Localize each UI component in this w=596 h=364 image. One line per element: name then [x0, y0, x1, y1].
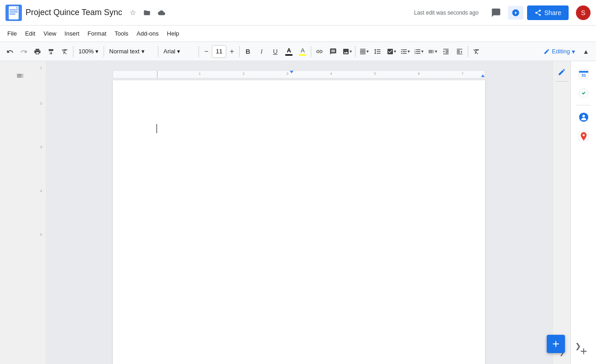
insert-link-button[interactable]: [313, 45, 326, 58]
folder-button[interactable]: [141, 7, 152, 18]
share-button[interactable]: Share: [527, 5, 569, 20]
tasks-app-icon[interactable]: [575, 84, 593, 102]
editing-pencil-button[interactable]: [554, 65, 569, 79]
svg-rect-2: [10, 9, 18, 10]
calendar-app-icon[interactable]: 31: [575, 65, 593, 83]
tab-stop-marker: [290, 71, 293, 73]
bold-button[interactable]: B: [241, 45, 254, 58]
apps-separator: [576, 105, 591, 105]
outline-icon-container: [13, 68, 27, 83]
menu-help[interactable]: Help: [163, 28, 183, 39]
font-size-container: − +: [201, 45, 237, 58]
undo-button[interactable]: [4, 45, 16, 58]
clear-format-button[interactable]: [58, 45, 71, 58]
title-bar: Project Quince Team Sync ☆ Last edit was…: [0, 0, 596, 26]
svg-rect-4: [10, 13, 16, 14]
toolbar: 100% ▾ Normal text ▾ Arial ▾ − + B I U A…: [0, 42, 596, 61]
separator-4: [199, 46, 199, 57]
style-dropdown[interactable]: Normal text ▾: [106, 45, 156, 58]
collapse-button[interactable]: ❯: [570, 338, 585, 353]
underline-button[interactable]: U: [269, 45, 282, 58]
main-area: 1 2 3 4 5 1 2 3 4 5 6 7: [0, 61, 596, 364]
separator-5: [239, 46, 240, 57]
svg-rect-6: [579, 71, 588, 73]
indent-increase-button[interactable]: [453, 45, 466, 58]
menu-view[interactable]: View: [40, 28, 60, 39]
line-spacing-button[interactable]: [371, 45, 384, 58]
last-edit-status: Last edit was seconds ago: [414, 10, 478, 16]
paint-format-button[interactable]: [45, 45, 58, 58]
zoom-dropdown[interactable]: 100% ▾: [75, 45, 102, 58]
menu-insert[interactable]: Insert: [61, 28, 83, 39]
doc-title: Project Quince Team Sync: [26, 8, 122, 17]
separator-1: [73, 46, 73, 57]
text-color-button[interactable]: A: [282, 45, 295, 58]
present-button[interactable]: [508, 6, 523, 20]
maps-app-icon[interactable]: [575, 127, 593, 146]
font-dropdown[interactable]: Arial ▾: [160, 45, 197, 58]
add-content-button[interactable]: [547, 335, 565, 353]
highlight-color-button[interactable]: A: [296, 45, 309, 58]
svg-point-10: [582, 115, 585, 118]
document-area[interactable]: 1 2 3 4 5 6 7: [46, 61, 552, 364]
menu-format[interactable]: Format: [84, 28, 110, 39]
menu-file[interactable]: File: [4, 28, 21, 39]
checklist-button[interactable]: ▾: [385, 45, 397, 58]
separator-3: [158, 46, 158, 57]
collapse-toolbar-button[interactable]: ▲: [580, 45, 592, 58]
separator-8: [468, 46, 468, 57]
menu-tools[interactable]: Tools: [111, 28, 132, 39]
multilevel-list-button[interactable]: ▾: [426, 45, 439, 58]
italic-button[interactable]: I: [255, 45, 268, 58]
menu-addons[interactable]: Add-ons: [133, 28, 162, 39]
right-toolbar: ❯: [552, 61, 570, 364]
separator-6: [311, 46, 311, 57]
print-button[interactable]: [31, 45, 44, 58]
bullet-list-button[interactable]: ▾: [398, 45, 411, 58]
sidebar-left: 1 2 3 4 5: [0, 61, 46, 364]
redo-button[interactable]: [17, 45, 30, 58]
avatar[interactable]: S: [576, 5, 591, 20]
menu-bar: File Edit View Insert Format Tools Add-o…: [0, 26, 596, 42]
horizontal-ruler: 1 2 3 4 5 6 7: [113, 70, 485, 78]
tab-stop-marker-right: [481, 74, 485, 77]
menu-edit[interactable]: Edit: [21, 28, 39, 39]
font-size-increase-button[interactable]: +: [226, 45, 237, 58]
font-size-input[interactable]: [212, 45, 226, 58]
clear-formatting-button[interactable]: [470, 45, 483, 58]
outline-icon[interactable]: [13, 68, 27, 83]
svg-text:31: 31: [581, 73, 586, 78]
font-size-decrease-button[interactable]: −: [201, 45, 212, 58]
insert-image-button[interactable]: ▾: [340, 45, 353, 58]
star-button[interactable]: ☆: [128, 6, 138, 19]
apps-sidebar: 31: [570, 61, 596, 364]
text-align-button[interactable]: ▾: [357, 45, 370, 58]
right-toolbar-sep: [555, 81, 568, 82]
indent-decrease-button[interactable]: [439, 45, 452, 58]
google-docs-icon: [5, 5, 22, 21]
editing-mode-button[interactable]: Editing ▾: [540, 45, 579, 58]
separator-7: [355, 46, 356, 57]
vertical-ruler: 1 2 3 4 5: [37, 61, 46, 364]
contacts-app-icon[interactable]: [575, 108, 593, 126]
comments-button[interactable]: [488, 5, 504, 21]
document-page[interactable]: [113, 80, 485, 364]
separator-2: [104, 46, 104, 57]
cloud-button[interactable]: [156, 7, 167, 18]
svg-rect-3: [10, 11, 18, 12]
numbered-list-button[interactable]: ▾: [412, 45, 425, 58]
text-cursor: [157, 124, 157, 133]
add-comment-button[interactable]: [327, 45, 340, 58]
